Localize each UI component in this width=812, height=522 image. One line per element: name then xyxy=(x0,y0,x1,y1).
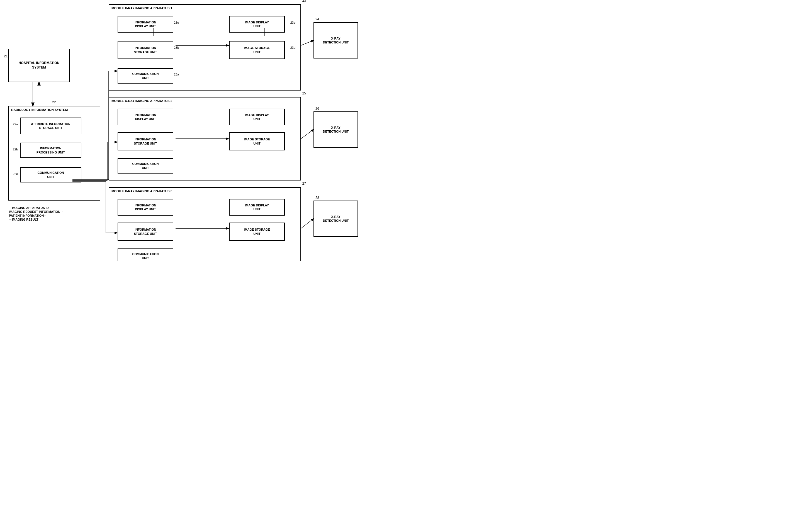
image-display2: IMAGE DISPLAY UNIT xyxy=(229,108,285,125)
ris-comm-box: COMMUNICATION UNIT xyxy=(20,167,81,182)
image-display3: IMAGE DISPLAY UNIT xyxy=(229,199,285,216)
apparatus2-box: MOBILE X-RAY IMAGING APPARATUS 2 25 INFO… xyxy=(109,97,301,181)
info-storage1-ref: 23b xyxy=(174,46,179,49)
info-display1: INFORMATION DISPLAY UNIT xyxy=(118,16,173,33)
comm3: COMMUNICATION UNIT xyxy=(118,248,173,261)
xray1: X-RAY DETECTION UNIT xyxy=(314,22,358,59)
info-storage1-label: INFORMATION STORAGE UNIT xyxy=(134,46,157,54)
comm1: COMMUNICATION UNIT xyxy=(118,68,173,84)
xray1-ref: 24 xyxy=(315,17,319,21)
data-flow-1: ←IMAGING APPARATUS ID xyxy=(9,206,106,209)
image-storage1-ref: 23d xyxy=(290,46,295,49)
ris-comm-ref: 22c xyxy=(13,172,18,176)
info-display1-label: INFORMATION DISPLAY UNIT xyxy=(135,20,156,28)
info-storage3: INFORMATION STORAGE UNIT xyxy=(118,223,173,241)
xray3: X-RAY DETECTION UNIT xyxy=(314,201,358,237)
xray2-ref: 26 xyxy=(315,107,319,111)
his-ref: 21 xyxy=(4,54,7,58)
image-display1-label: IMAGE DISPLAY UNIT xyxy=(245,20,269,28)
ris-comm-label: COMMUNICATION UNIT xyxy=(37,171,64,179)
comm3-label: COMMUNICATION UNIT xyxy=(132,252,159,260)
apparatus2-ref: 25 xyxy=(302,92,306,95)
xray2: X-RAY DETECTION UNIT xyxy=(314,112,358,148)
info-storage1: INFORMATION STORAGE UNIT xyxy=(118,41,173,59)
image-storage2: IMAGE STORAGE UNIT xyxy=(229,132,285,150)
attr-storage-box: ATTRIBUTE INFORMATION STORAGE UNIT xyxy=(20,118,81,134)
image-storage1-label: IMAGE STORAGE UNIT xyxy=(244,46,270,54)
info-processing-label: INFORMATION PROCESSING UNIT xyxy=(37,146,65,154)
comm2: COMMUNICATION UNIT xyxy=(118,158,173,174)
image-display1-ref: 23e xyxy=(290,21,295,24)
info-proc-ref: 22b xyxy=(13,148,18,151)
info-storage2-label: INFORMATION STORAGE UNIT xyxy=(134,137,157,145)
apparatus1-box: MOBILE X-RAY IMAGING APPARATUS 1 23 INFO… xyxy=(109,4,301,91)
data-flow-area: ←IMAGING APPARATUS ID IMAGING REQUEST IN… xyxy=(9,206,106,221)
apparatus1-label: MOBILE X-RAY IMAGING APPARATUS 1 xyxy=(112,6,172,10)
ris-ref: 22 xyxy=(52,100,56,104)
attr-ref: 22a xyxy=(13,123,18,126)
info-storage2: INFORMATION STORAGE UNIT xyxy=(118,132,173,150)
info-display3: INFORMATION DISPLAY UNIT xyxy=(118,199,173,216)
xray3-label: X-RAY DETECTION UNIT xyxy=(323,215,349,223)
data-flow-2: IMAGING REQUEST INFORMATION→ xyxy=(9,210,106,213)
info-display2: INFORMATION DISPLAY UNIT xyxy=(118,108,173,125)
svg-line-16 xyxy=(301,219,314,228)
his-box: HOSPITAL INFORMATION SYSTEM xyxy=(8,49,70,82)
image-storage1: IMAGE STORAGE UNIT xyxy=(229,41,285,59)
ris-box: RADIOLOGY INFORMATION SYSTEM 22 ATTRIBUT… xyxy=(8,106,100,201)
image-storage2-label: IMAGE STORAGE UNIT xyxy=(244,137,270,145)
ris-label: RADIOLOGY INFORMATION SYSTEM xyxy=(11,108,68,112)
comm1-label: COMMUNICATION UNIT xyxy=(132,72,159,80)
attr-storage-label: ATTRIBUTE INFORMATION STORAGE UNIT xyxy=(31,122,70,130)
image-storage3: IMAGE STORAGE UNIT xyxy=(229,223,285,241)
svg-line-14 xyxy=(301,40,314,45)
apparatus2-label: MOBILE X-RAY IMAGING APPARATUS 2 xyxy=(112,99,172,102)
svg-line-15 xyxy=(301,129,314,139)
xray2-label: X-RAY DETECTION UNIT xyxy=(323,126,349,134)
image-display1: IMAGE DISPLAY UNIT xyxy=(229,16,285,33)
image-storage3-label: IMAGE STORAGE UNIT xyxy=(244,227,270,236)
info-storage3-label: INFORMATION STORAGE UNIT xyxy=(134,227,157,236)
xray1-label: X-RAY DETECTION UNIT xyxy=(323,37,349,44)
info-display2-label: INFORMATION DISPLAY UNIT xyxy=(135,113,156,121)
diagram: HOSPITAL INFORMATION SYSTEM 21 RADIOLOGY… xyxy=(0,0,406,261)
info-display3-label: INFORMATION DISPLAY UNIT xyxy=(135,203,156,212)
apparatus1-ref: 23 xyxy=(302,0,306,2)
comm2-label: COMMUNICATION UNIT xyxy=(132,162,159,170)
data-flow-3: PATIENT INFORMATION→ xyxy=(9,214,106,217)
image-display2-label: IMAGE DISPLAY UNIT xyxy=(245,113,269,121)
info-processing-box: INFORMATION PROCESSING UNIT xyxy=(20,143,81,158)
apparatus3-box: MOBILE X-RAY IMAGING APPARATUS 3 27 INFO… xyxy=(109,187,301,261)
comm1-ref: 23a xyxy=(174,73,179,76)
xray3-ref: 28 xyxy=(315,196,319,200)
info-display1-ref: 23c xyxy=(174,21,179,24)
apparatus3-label: MOBILE X-RAY IMAGING APPARATUS 3 xyxy=(112,189,172,193)
image-display3-label: IMAGE DISPLAY UNIT xyxy=(245,203,269,212)
apparatus3-ref: 27 xyxy=(302,182,306,185)
his-label: HOSPITAL INFORMATION SYSTEM xyxy=(19,61,60,69)
data-flow-4: ←IMAGING RESULT xyxy=(9,218,106,221)
